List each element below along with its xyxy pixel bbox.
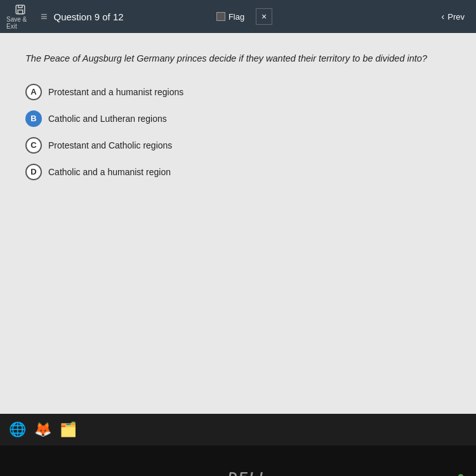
option-b-circle: B xyxy=(25,110,42,127)
options-list: A Protestant and a humanist regions B Ca… xyxy=(25,84,451,180)
monitor-bottom-bar: DELL xyxy=(0,470,476,477)
option-b[interactable]: B Catholic and Lutheran regions xyxy=(25,110,451,127)
option-a[interactable]: A Protestant and a humanist regions xyxy=(25,84,451,100)
option-a-circle: A xyxy=(25,84,42,100)
question-counter: Question 9 of 12 xyxy=(54,11,205,22)
option-d[interactable]: D Catholic and a humanist region xyxy=(25,164,451,180)
close-button[interactable]: × xyxy=(256,8,272,25)
dell-logo: DELL xyxy=(228,470,268,477)
option-a-label: Protestant and a humanist regions xyxy=(48,87,183,97)
prev-chevron-icon: ‹ xyxy=(442,11,445,22)
option-d-label: Catholic and a humanist region xyxy=(48,167,171,177)
option-b-label: Catholic and Lutheran regions xyxy=(48,114,167,124)
option-d-circle: D xyxy=(25,164,42,180)
flag-button[interactable]: Flag xyxy=(211,10,249,24)
option-c[interactable]: C Protestant and Catholic regions xyxy=(25,137,451,154)
prev-label: Prev xyxy=(447,12,465,22)
toolbar: Save & Exit ≡ Question 9 of 12 Flag × ‹ … xyxy=(0,0,476,33)
save-exit-group[interactable]: Save & Exit xyxy=(6,4,34,30)
flag-label: Flag xyxy=(228,12,244,22)
close-icon: × xyxy=(261,11,267,22)
files-icon[interactable]: 🗂️ xyxy=(58,420,77,439)
hamburger-icon[interactable]: ≡ xyxy=(41,10,48,23)
chrome-icon[interactable]: 🌐 xyxy=(8,420,27,439)
option-c-circle: C xyxy=(25,137,42,154)
quiz-area: The Peace of Augsburg let Germany prince… xyxy=(0,33,476,414)
taskbar: 🌐 🦊 🗂️ xyxy=(0,414,476,446)
save-exit-label[interactable]: Save & Exit xyxy=(6,16,34,30)
option-c-label: Protestant and Catholic regions xyxy=(48,140,172,150)
question-text: The Peace of Augsburg let Germany prince… xyxy=(25,52,451,66)
prev-button[interactable]: ‹ Prev xyxy=(437,9,470,24)
save-icon xyxy=(15,4,26,15)
flag-icon xyxy=(216,12,225,21)
firefox-icon[interactable]: 🦊 xyxy=(33,420,52,439)
monitor-bezel: DELL xyxy=(0,446,476,476)
